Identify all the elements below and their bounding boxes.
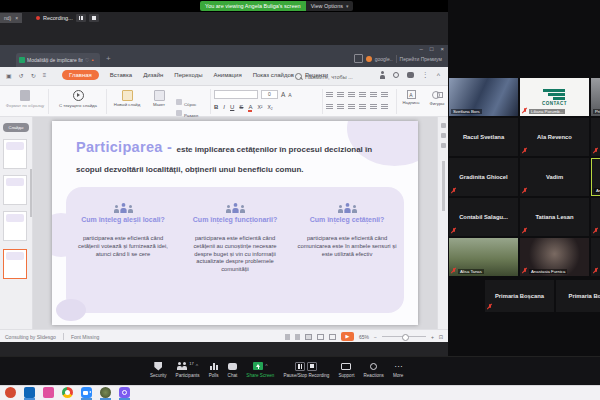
notes-icon[interactable] — [285, 334, 290, 340]
subscript-button[interactable]: X₂ — [267, 104, 272, 110]
participant-tile[interactable]: Vadim — [520, 158, 589, 196]
stop-icon[interactable] — [307, 362, 317, 371]
slide-sorter-view-icon[interactable] — [317, 334, 324, 340]
undo-icon[interactable]: ↺ — [19, 72, 24, 79]
slide-canvas[interactable]: Participarea - este implicarea cetățenil… — [52, 121, 418, 325]
participant-tile[interactable]: Tatiana Lesan — [520, 198, 589, 236]
normal-view-icon[interactable] — [305, 334, 312, 340]
shapes-button[interactable]: Фигуры — [426, 90, 448, 106]
zoom-app-icon[interactable] — [81, 387, 92, 398]
strikethrough-button[interactable]: S — [239, 104, 243, 110]
align-text-icon[interactable] — [381, 104, 388, 105]
participant-tile-active-speaker[interactable]: Ange... — [591, 158, 600, 196]
close-icon[interactable]: × — [440, 46, 444, 52]
panel-toggle-icon[interactable] — [441, 143, 446, 148]
participant-tile[interactable]: Contabil Salagu... — [449, 198, 518, 236]
line-spacing-icon[interactable] — [370, 92, 377, 93]
tab-insert[interactable]: Вставка — [110, 72, 132, 78]
slide-thumbnail-4-selected[interactable] — [3, 249, 27, 279]
zoom-in-icon[interactable]: + — [431, 334, 434, 340]
zoom-slider[interactable] — [382, 336, 426, 337]
align-center-icon[interactable] — [337, 104, 344, 105]
slide-thumbnail-2[interactable] — [3, 175, 27, 205]
font-missing-warning[interactable]: Font Missing — [71, 334, 99, 340]
columns-icon[interactable] — [381, 92, 388, 93]
more-button[interactable]: ⋯ More — [393, 361, 403, 378]
stop-recording-button[interactable] — [89, 14, 99, 22]
participant-tile[interactable]: Gradinita Ghiocel — [449, 158, 518, 196]
outlook-icon[interactable] — [24, 387, 35, 398]
font-color-button[interactable]: A — [248, 104, 252, 112]
pause-icon[interactable] — [295, 362, 305, 371]
viber-icon[interactable] — [119, 387, 130, 398]
account-name[interactable]: google.. — [375, 56, 393, 62]
zoom-level[interactable]: 65% — [359, 334, 369, 340]
participant-tile[interactable]: CONTACT Liliana Porumb... — [520, 78, 589, 116]
indent-decrease-icon[interactable] — [348, 92, 355, 93]
new-tab-button[interactable]: + — [106, 54, 111, 63]
participant-tile[interactable]: Primaria Boșc... — [556, 280, 600, 312]
apps-icon[interactable] — [354, 54, 363, 63]
reading-view-icon[interactable] — [329, 334, 336, 340]
account-avatar[interactable] — [366, 56, 372, 62]
support-button[interactable]: Support — [338, 361, 354, 378]
chrome-icon[interactable] — [62, 387, 73, 398]
bold-button[interactable]: B — [214, 104, 218, 110]
pause-recording-button[interactable] — [76, 14, 86, 22]
pause-stop-recording-button[interactable]: Pause/Stop Recording — [283, 361, 329, 378]
align-right-icon[interactable] — [348, 104, 355, 105]
participant-tile[interactable]: Primaria Boșcana — [485, 280, 554, 312]
bullets-icon[interactable] — [326, 92, 333, 93]
taskbar-app-icon[interactable] — [5, 387, 16, 398]
photos-icon[interactable] — [43, 387, 54, 398]
favorite-heart-icon[interactable]: ♡ — [85, 57, 89, 63]
font-name-combo[interactable] — [214, 90, 258, 99]
tab-design[interactable]: Дизайн — [143, 72, 163, 78]
go-premium-button[interactable]: Перейти Премиум — [400, 56, 442, 62]
tab-animation[interactable]: Анимация — [213, 72, 241, 78]
comment-icon[interactable] — [407, 72, 414, 78]
font-size-combo[interactable]: 0 — [261, 90, 278, 99]
slide-thumbnail-1[interactable] — [3, 139, 27, 169]
panel-toggle-icon[interactable] — [441, 123, 446, 128]
tab-transitions[interactable]: Переходы — [174, 72, 202, 78]
participant-tile[interactable]: P... — [591, 118, 600, 156]
save-icon[interactable]: ▣ — [6, 72, 12, 79]
participant-tile[interactable]: Svetlana Bors — [449, 78, 518, 116]
participant-tile[interactable]: Prim... — [591, 78, 600, 116]
zoom-out-icon[interactable]: − — [374, 334, 377, 340]
participant-tile[interactable]: Racul Svetlana — [449, 118, 518, 156]
reactions-button[interactable]: Reactions — [363, 361, 383, 378]
participants-button[interactable]: 17^ Participants — [176, 361, 200, 378]
thumbnails-scrollbar[interactable] — [30, 169, 32, 217]
view-options-button[interactable]: View Options▾ — [306, 1, 354, 11]
security-button[interactable]: Security — [150, 361, 167, 378]
close-icon[interactable]: × — [15, 13, 18, 23]
underline-button[interactable]: U — [230, 104, 234, 110]
chat-button[interactable]: Chat — [228, 361, 238, 378]
account-person-icon[interactable] — [380, 71, 385, 79]
tab-home[interactable]: Главная — [62, 70, 99, 80]
document-tab[interactable]: Modalități de implicare final.pptx ♡ • — [16, 53, 100, 67]
fit-slide-icon[interactable]: ⊡ — [439, 334, 443, 340]
chevron-up-icon[interactable]: ^ — [196, 363, 198, 369]
numbering-icon[interactable] — [337, 92, 344, 93]
taskbar-app-icon[interactable] — [100, 387, 111, 398]
tab-slideshow[interactable]: Показ слайдов — [253, 72, 294, 78]
slide-thumbnail-3[interactable] — [3, 211, 27, 241]
chevron-up-icon[interactable]: ^ — [265, 363, 267, 369]
panel-toggle-icon[interactable] — [441, 133, 446, 138]
grow-font-button[interactable]: А — [281, 91, 285, 98]
minimize-icon[interactable]: – — [420, 46, 423, 52]
canvas-scrollbar[interactable] — [442, 161, 445, 211]
play-from-current-slide-button[interactable]: С текущего слайда — [52, 90, 104, 108]
textbox-button[interactable]: A Надпись — [400, 90, 422, 105]
slideshow-play-button[interactable]: ▶ — [341, 332, 354, 341]
more-vertical-icon[interactable]: ⋮ — [422, 71, 429, 79]
menu-icon[interactable]: ≡ — [43, 72, 47, 79]
participant-tile[interactable]: Anastasia Furnica — [520, 238, 589, 276]
slides-panel-pill[interactable]: Слайды — [3, 123, 29, 132]
format-painter-button[interactable]: Формат по образцу — [4, 90, 46, 108]
participant-tile[interactable] — [591, 238, 600, 276]
italic-button[interactable]: I — [223, 104, 225, 110]
